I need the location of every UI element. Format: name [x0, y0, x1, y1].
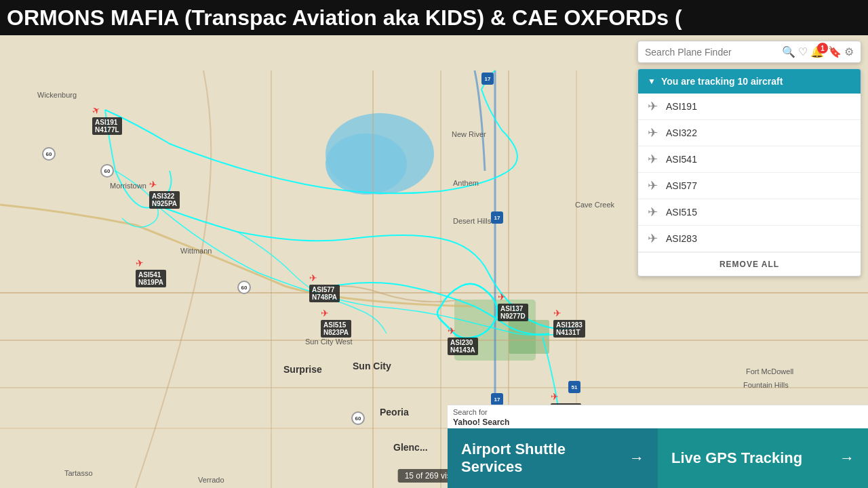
town-new-river: New River [452, 130, 486, 138]
cta-buttons: Airport Shuttle Services → Live GPS Trac… [448, 428, 868, 488]
aircraft-row-asi541[interactable]: ✈ ASI541 [638, 146, 861, 173]
aircraft-callsign-asi191: ASI191 [666, 101, 697, 112]
remove-all-button[interactable]: REMOVE ALL [638, 252, 861, 276]
bottom-section: Search for Yahoo! Search Airport Shuttle… [448, 405, 868, 488]
interstate-17: 17 [481, 73, 494, 85]
map-aircraft-asi919[interactable]: ✈ ASI919N288PA [551, 391, 559, 402]
banner-text: ORMONS MAFIA (Transpac Aviation aka KIDS… [7, 5, 682, 30]
gps-tracking-label: Live GPS Tracking [671, 449, 802, 467]
plane-icon-asi322: ✈ [648, 125, 658, 140]
map-aircraft-asi1283[interactable]: ✈ ASI1283N4131T [553, 308, 561, 319]
town-sun-city-west: Sun City West [305, 338, 353, 346]
town-tartasso: Tartasso [64, 469, 93, 477]
plane-icon-asi577: ✈ [648, 178, 658, 193]
town-anthem: Anthem [453, 179, 479, 187]
gps-tracking-arrow-icon: → [840, 449, 854, 467]
aircraft-callsign-asi541: ASI541 [666, 154, 697, 165]
town-verrado: Verrado [198, 476, 224, 484]
plane-icon-asi515: ✈ [648, 205, 658, 220]
aircraft-row-asi515[interactable]: ✈ ASI515 [638, 199, 861, 226]
city-surprise: Surprise [283, 364, 322, 375]
town-fort-mcdowell: Fort McDowell [746, 367, 793, 375]
search-bar[interactable]: 🔍 ♡ 🔔 1 🔖 ⚙ [637, 41, 861, 63]
yahoo-label: Yahoo! Search [453, 418, 863, 427]
route-60-mid: 60 [237, 281, 251, 294]
plane-icon-asi191: ✈ [648, 99, 658, 114]
map-aircraft-asi577[interactable]: ✈ ASI577N748PA [309, 272, 317, 283]
town-morristown: Morristown [110, 182, 146, 190]
map-aircraft-asi541[interactable]: ✈ ASI541N819PA [136, 258, 144, 268]
map-aircraft-asi137[interactable]: ✈ ASI137N9277D [498, 291, 506, 302]
route-60-morristown: 60 [100, 164, 114, 178]
aircraft-row-asi283[interactable]: ✈ ASI283 [638, 226, 861, 252]
town-wittmann: Wittmann [180, 247, 212, 255]
remove-all-label: REMOVE ALL [719, 260, 779, 269]
aircraft-callsign-asi322: ASI322 [666, 127, 697, 138]
right-panel: 🔍 ♡ 🔔 1 🔖 ⚙ ▼ You are tracking 10 aircra… [637, 41, 861, 277]
svg-point-1 [326, 134, 407, 195]
city-sun-city: Sun City [353, 361, 391, 371]
notification-area[interactable]: 🔔 1 [810, 45, 824, 58]
bookmark-icon[interactable]: 🔖 [828, 45, 842, 58]
city-glendale: Glenc... [393, 442, 428, 453]
tracking-panel: ▼ You are tracking 10 aircraft ✈ ASI191 … [637, 68, 861, 277]
tracking-header[interactable]: ▼ You are tracking 10 aircraft [638, 69, 861, 94]
plane-icon-asi541: ✈ [648, 152, 658, 167]
aircraft-row-asi322[interactable]: ✈ ASI322 [638, 120, 861, 146]
notification-badge: 1 [817, 43, 828, 54]
airport-shuttle-button[interactable]: Airport Shuttle Services → [448, 428, 658, 488]
aircraft-callsign-asi283: ASI283 [666, 233, 697, 244]
interstate-17-mid: 17 [491, 211, 503, 224]
search-button[interactable]: 🔍 [782, 45, 795, 58]
search-for-label: Search for [453, 408, 863, 416]
chevron-down-icon: ▼ [648, 77, 656, 86]
plane-icon-asi283: ✈ [648, 231, 658, 246]
interstate-51: 51 [568, 381, 580, 393]
route-60-wickenburg: 60 [42, 147, 56, 161]
yahoo-search-bar[interactable]: Search for Yahoo! Search [448, 405, 868, 428]
route-60-south: 60 [351, 411, 365, 425]
aircraft-callsign-asi577: ASI577 [666, 180, 697, 191]
settings-icon[interactable]: ⚙ [844, 45, 854, 58]
airport-shuttle-label: Airport Shuttle Services [461, 441, 629, 476]
town-desert-hills: Desert Hills [453, 217, 491, 225]
aircraft-callsign-asi515: ASI515 [666, 207, 697, 218]
city-peoria: Peoria [380, 407, 409, 418]
gps-tracking-button[interactable]: Live GPS Tracking → [658, 428, 868, 488]
heart-icon[interactable]: ♡ [798, 45, 808, 58]
map-aircraft-asi230[interactable]: ✈ ASI230N4143A [448, 325, 456, 336]
top-banner: ORMONS MAFIA (Transpac Aviation aka KIDS… [0, 0, 868, 35]
aircraft-row-asi191[interactable]: ✈ ASI191 [638, 94, 861, 120]
search-input[interactable] [645, 47, 782, 58]
aircraft-row-asi577[interactable]: ✈ ASI577 [638, 173, 861, 199]
map-aircraft-asi191[interactable]: ✈ ASI191N4177L [92, 105, 100, 116]
airport-shuttle-arrow-icon: → [629, 449, 644, 467]
interstate-17-south: 17 [491, 393, 503, 405]
map-aircraft-asi322[interactable]: ✈ ASI322N925PA [149, 179, 157, 190]
tracking-count: You are tracking 10 aircraft [661, 76, 783, 87]
town-cave-creek: Cave Creek [575, 201, 614, 209]
map-aircraft-asi515[interactable]: ✈ ASI515N823PA [321, 308, 329, 319]
town-fountain-hills: Fountain Hills [743, 381, 789, 389]
town-wickenburg: Wickenburg [37, 91, 77, 99]
